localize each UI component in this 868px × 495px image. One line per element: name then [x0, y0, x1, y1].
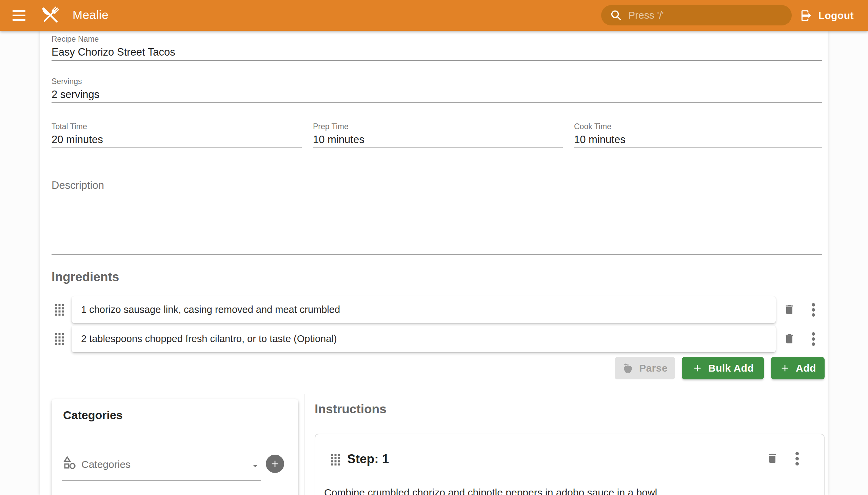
instructions-heading: Instructions [314, 402, 387, 416]
bulk-add-label: Bulk Add [708, 362, 754, 374]
add-ingredient-button[interactable]: Add [771, 357, 824, 379]
ingredients-heading: Ingredients [52, 270, 119, 284]
categories-divider [57, 430, 292, 430]
plus-icon [692, 363, 703, 374]
plus-icon [780, 363, 790, 374]
total-time-input[interactable]: 20 minutes [52, 132, 302, 147]
add-label: Add [796, 362, 816, 374]
recipe-name-label: Recipe Name [52, 34, 822, 44]
logout-icon [800, 9, 813, 22]
search-input[interactable] [628, 9, 788, 21]
delete-icon[interactable] [783, 303, 796, 317]
servings-input[interactable]: 2 servings [52, 87, 822, 102]
categories-select-underline [62, 480, 261, 481]
ingredient-input[interactable]: 1 chorizo sausage link, casing removed a… [71, 296, 776, 323]
cook-time-input[interactable]: 10 minutes [574, 132, 822, 147]
step-text-input[interactable]: Combine crumbled chorizo and chipotle pe… [324, 486, 812, 495]
search-icon [610, 9, 622, 21]
recipe-name-input[interactable]: Easy Chorizo Street Tacos [52, 45, 822, 60]
app-header: Mealie Logout [0, 0, 868, 31]
recipe-editor-card: Recipe Name Easy Chorizo Street Tacos Se… [40, 31, 828, 495]
description-label: Description [52, 179, 822, 192]
kebab-menu-icon[interactable] [810, 331, 816, 347]
app-logo-icon[interactable] [39, 4, 62, 27]
cook-time-label: Cook Time [574, 122, 822, 131]
ingredient-row: 1 chorizo sausage link, casing removed a… [40, 296, 828, 323]
recipe-name-field[interactable]: Recipe Name Easy Chorizo Street Tacos [52, 34, 822, 61]
total-time-label: Total Time [52, 122, 302, 131]
total-time-field[interactable]: Total Time 20 minutes [52, 122, 302, 148]
categories-select[interactable]: Categories [81, 459, 131, 470]
bulk-add-button[interactable]: Bulk Add [682, 357, 764, 379]
drag-handle-icon[interactable] [55, 333, 64, 345]
ingredient-row: 2 tablespoons chopped fresh cilantro, or… [40, 325, 828, 353]
app-title: Mealie [72, 8, 108, 22]
step-title: Step: 1 [347, 452, 389, 466]
search-bar[interactable] [601, 5, 792, 25]
apple-icon [622, 362, 634, 374]
logout-button[interactable]: Logout [800, 7, 854, 24]
servings-field[interactable]: Servings 2 servings [52, 76, 822, 103]
page: Mealie Logout Recipe Name Easy Chor [0, 0, 868, 495]
prep-time-input[interactable]: 10 minutes [313, 132, 563, 147]
kebab-menu-icon[interactable] [810, 302, 816, 318]
drag-handle-icon[interactable] [55, 304, 64, 315]
prep-time-field[interactable]: Prep Time 10 minutes [313, 122, 563, 148]
parse-button[interactable]: Parse [615, 357, 675, 379]
cook-time-field[interactable]: Cook Time 10 minutes [574, 122, 822, 148]
column-divider [304, 394, 305, 495]
shapes-icon [62, 455, 77, 470]
categories-card-title: Categories [63, 409, 123, 422]
instruction-step-card: Step: 1 Combine crumbled chorizo and chi… [314, 433, 824, 495]
kebab-menu-icon[interactable] [794, 450, 800, 467]
delete-icon[interactable] [766, 452, 779, 466]
logout-label: Logout [818, 10, 854, 21]
drag-handle-icon[interactable] [331, 454, 340, 465]
plus-icon [270, 458, 280, 469]
description-field[interactable]: Description [52, 179, 822, 255]
menu-icon[interactable] [12, 9, 26, 22]
ingredient-input[interactable]: 2 tablespoons chopped fresh cilantro, or… [71, 325, 776, 352]
prep-time-label: Prep Time [313, 122, 563, 131]
add-category-button[interactable] [266, 455, 284, 473]
parse-label: Parse [639, 362, 668, 374]
chevron-down-icon[interactable] [250, 460, 261, 472]
servings-label: Servings [52, 76, 822, 86]
categories-card: Categories Categories [52, 399, 299, 495]
delete-icon[interactable] [783, 332, 796, 346]
